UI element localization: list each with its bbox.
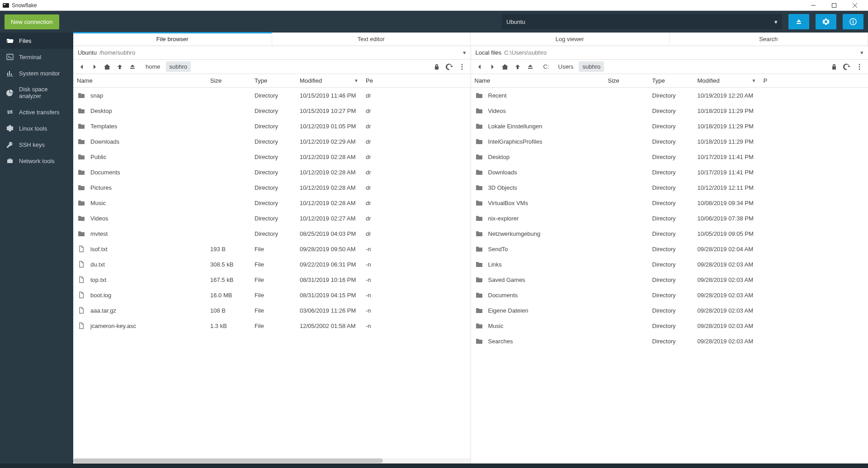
- folder-icon: [476, 291, 483, 299]
- file-permissions: -n: [362, 323, 376, 329]
- home-button[interactable]: [101, 61, 113, 73]
- file-row[interactable]: LinksDirectory09/28/2019 02:03 AM: [471, 257, 868, 272]
- file-row[interactable]: DesktopDirectory10/17/2019 11:41 PM: [471, 149, 868, 164]
- arrow-up-icon: [116, 63, 123, 70]
- path-selector[interactable]: Local filesC:\Users\subhro▾: [471, 46, 868, 60]
- info-button[interactable]: [843, 14, 863, 29]
- file-row[interactable]: DocumentsDirectory10/12/2019 02:28 AMdr: [73, 164, 471, 180]
- file-row[interactable]: du.txt308.5 kBFile09/22/2019 06:31 PM-n: [73, 257, 471, 272]
- file-row[interactable]: boot.log16.0 MBFile08/31/2019 04:15 PM-n: [73, 287, 471, 303]
- column-header-name[interactable]: Name: [471, 77, 604, 84]
- file-row[interactable]: nix-explorerDirectory10/06/2019 07:38 PM: [471, 211, 868, 226]
- home-button[interactable]: [499, 61, 511, 73]
- column-header-type[interactable]: Type: [251, 77, 296, 84]
- tab-log-viewer[interactable]: Log viewer: [471, 33, 670, 46]
- file-row[interactable]: DownloadsDirectory10/17/2019 11:41 PM: [471, 164, 868, 180]
- file-row[interactable]: mvtestDirectory08/25/2019 04:03 PMdr: [73, 226, 471, 241]
- column-header-size[interactable]: Size: [604, 77, 649, 84]
- file-row[interactable]: SearchesDirectory09/28/2019 02:03 AM: [471, 333, 868, 349]
- file-row[interactable]: VirtualBox VMsDirectory10/08/2019 09:34 …: [471, 195, 868, 211]
- file-row[interactable]: Saved GamesDirectory09/28/2019 02:03 AM: [471, 272, 868, 287]
- disk-button[interactable]: [524, 61, 536, 73]
- file-row[interactable]: MusicDirectory09/28/2019 02:03 AM: [471, 318, 868, 333]
- minimize-button[interactable]: [803, 0, 824, 11]
- maximize-button[interactable]: [824, 0, 844, 11]
- refresh-button[interactable]: [443, 61, 455, 73]
- file-type: Directory: [251, 108, 296, 114]
- column-header-perm[interactable]: Pe: [362, 77, 376, 84]
- settings-button[interactable]: [816, 14, 836, 29]
- breadcrumb-item[interactable]: home: [142, 61, 164, 72]
- file-row[interactable]: aaa.tar.gz108 BFile03/06/2019 11:26 PM-n: [73, 303, 471, 318]
- new-connection-button[interactable]: New connection: [5, 14, 59, 29]
- file-row[interactable]: Lokale EinstellungenDirectory10/18/2019 …: [471, 118, 868, 134]
- sidebar-item-files[interactable]: Files: [0, 33, 73, 49]
- file-row[interactable]: IntelGraphicsProfilesDirectory10/18/2019…: [471, 134, 868, 149]
- file-row[interactable]: PicturesDirectory10/12/2019 02:28 AMdr: [73, 180, 471, 195]
- window-title: Snowflake: [12, 2, 37, 9]
- forward-button[interactable]: [486, 61, 498, 73]
- file-row[interactable]: PublicDirectory10/12/2019 02:28 AMdr: [73, 149, 471, 164]
- sidebar-item-system-monitor[interactable]: System monitor: [0, 65, 73, 81]
- sidebar-item-network-tools[interactable]: Network tools: [0, 153, 73, 169]
- file-row[interactable]: DocumentsDirectory09/28/2019 02:03 AM: [471, 287, 868, 303]
- file-row[interactable]: MusicDirectory10/12/2019 02:28 AMdr: [73, 195, 471, 211]
- column-header-modified[interactable]: Modified▼: [694, 77, 760, 84]
- column-header-size[interactable]: Size: [207, 77, 251, 84]
- scrollbar-thumb[interactable]: [73, 459, 383, 463]
- tab-label: File browser: [156, 36, 189, 42]
- file-row[interactable]: TemplatesDirectory10/12/2019 01:05 PMdr: [73, 118, 471, 134]
- lock-button[interactable]: [828, 61, 840, 73]
- file-list[interactable]: RecentDirectory10/19/2019 12:20 AMVideos…: [471, 88, 868, 463]
- breadcrumb-item[interactable]: subhro: [166, 61, 191, 72]
- file-row[interactable]: DownloadsDirectory10/12/2019 02:29 AMdr: [73, 134, 471, 149]
- sidebar-item-disk-space-analyzer[interactable]: Disk space analyzer: [0, 81, 73, 104]
- tab-file-browser[interactable]: File browser: [73, 33, 272, 46]
- file-row[interactable]: Eigene DateienDirectory09/28/2019 02:03 …: [471, 303, 868, 318]
- more-button[interactable]: [456, 61, 468, 73]
- back-button[interactable]: [76, 61, 88, 73]
- sidebar-item-active-transfers[interactable]: Active transfers: [0, 104, 73, 120]
- file-row[interactable]: lsof.txt193 BFile09/28/2019 09:50 AM-n: [73, 241, 471, 257]
- column-header-type[interactable]: Type: [649, 77, 694, 84]
- file-list[interactable]: snapDirectory10/15/2019 11:46 PMdrDeskto…: [73, 88, 471, 458]
- file-row[interactable]: top.txt167.5 kBFile08/31/2019 10:16 PM-n: [73, 272, 471, 287]
- column-header-modified[interactable]: Modified▼: [296, 77, 362, 84]
- breadcrumb-item[interactable]: Users: [555, 61, 577, 72]
- column-header-name[interactable]: Name: [73, 77, 207, 84]
- file-row[interactable]: jcameron-key.asc1.3 kBFile12/05/2002 01:…: [73, 318, 471, 333]
- forward-button[interactable]: [89, 61, 100, 73]
- file-row[interactable]: VideosDirectory10/18/2019 11:29 PM: [471, 103, 868, 118]
- file-row[interactable]: RecentDirectory10/19/2019 12:20 AM: [471, 88, 868, 103]
- column-header-perm[interactable]: P: [760, 77, 774, 84]
- back-button[interactable]: [474, 61, 486, 73]
- sidebar-item-linux-tools[interactable]: Linux tools: [0, 120, 73, 136]
- file-row[interactable]: SendToDirectory09/28/2019 02:04 AM: [471, 241, 868, 257]
- sidebar-item-ssh-keys[interactable]: SSH keys: [0, 136, 73, 153]
- folder-icon: [476, 276, 483, 283]
- file-row[interactable]: snapDirectory10/15/2019 11:46 PMdr: [73, 88, 471, 103]
- disk-button[interactable]: [127, 61, 138, 73]
- breadcrumb-item[interactable]: subhro: [579, 61, 604, 72]
- file-row[interactable]: DesktopDirectory10/15/2019 10:27 PMdr: [73, 103, 471, 118]
- sidebar-item-label: Disk space analyzer: [19, 86, 67, 99]
- gear-icon: [822, 18, 830, 25]
- eject-button[interactable]: [788, 14, 809, 29]
- tab-text-editor[interactable]: Text editor: [272, 33, 471, 46]
- up-button[interactable]: [512, 61, 524, 73]
- refresh-button[interactable]: [841, 61, 853, 73]
- file-row[interactable]: NetzwerkumgebungDirectory10/05/2019 09:0…: [471, 226, 868, 241]
- tab-search[interactable]: Search: [670, 33, 868, 46]
- more-button[interactable]: [854, 61, 865, 73]
- file-row[interactable]: VideosDirectory10/12/2019 02:27 AMdr: [73, 211, 471, 226]
- info-icon: [849, 18, 857, 25]
- path-selector[interactable]: Ubuntu/home/subhro▾: [73, 46, 471, 60]
- file-row[interactable]: 3D ObjectsDirectory10/12/2019 12:11 PM: [471, 180, 868, 195]
- lock-button[interactable]: [431, 61, 443, 73]
- horizontal-scrollbar[interactable]: [73, 458, 471, 463]
- connection-selector[interactable]: Ubuntu ▾: [502, 14, 782, 29]
- close-button[interactable]: [844, 0, 865, 11]
- up-button[interactable]: [114, 61, 126, 73]
- breadcrumb-item[interactable]: C:: [540, 61, 553, 72]
- sidebar-item-terminal[interactable]: Terminal: [0, 49, 73, 65]
